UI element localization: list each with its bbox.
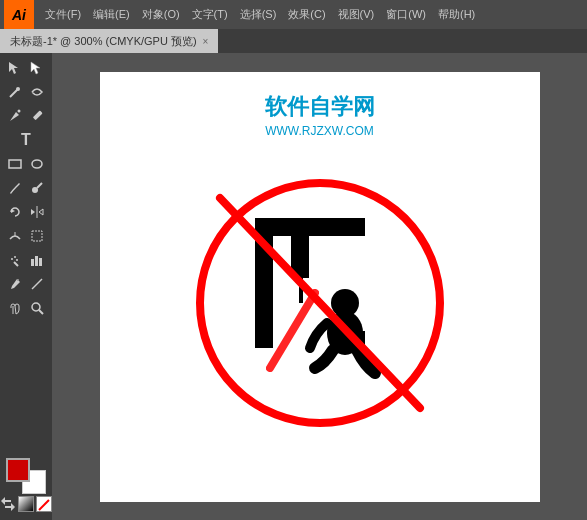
no-work-sign xyxy=(170,148,470,448)
pen-tools xyxy=(4,105,48,127)
svg-marker-1 xyxy=(31,62,40,74)
hand-tool[interactable] xyxy=(4,297,26,319)
menu-effect[interactable]: 效果(C) xyxy=(283,5,330,24)
blob-brush-tool[interactable] xyxy=(27,177,49,199)
tab-label: 未标题-1* @ 300% (CMYK/GPU 预览) xyxy=(10,34,197,49)
menu-object[interactable]: 对象(O) xyxy=(137,5,185,24)
menu-window[interactable]: 窗口(W) xyxy=(381,5,431,24)
svg-point-7 xyxy=(32,160,42,168)
color-boxes xyxy=(6,458,46,494)
svg-rect-15 xyxy=(32,231,42,241)
menu-view[interactable]: 视图(V) xyxy=(333,5,380,24)
paintbrush-tool[interactable] xyxy=(4,177,26,199)
brush-tools xyxy=(4,177,48,199)
pen-tool[interactable] xyxy=(4,105,26,127)
svg-line-26 xyxy=(39,310,43,314)
wand-lasso xyxy=(4,81,48,103)
svg-point-4 xyxy=(17,110,20,113)
menu-help[interactable]: 帮助(H) xyxy=(433,5,480,24)
svg-point-16 xyxy=(11,258,13,260)
menu-select[interactable]: 选择(S) xyxy=(235,5,282,24)
ellipse-tool[interactable] xyxy=(27,153,49,175)
svg-line-9 xyxy=(37,183,42,188)
rotate-tools xyxy=(4,201,48,223)
symbol-sprayer-tool[interactable] xyxy=(4,249,26,271)
select-tool[interactable] xyxy=(4,57,26,79)
measure-tool[interactable] xyxy=(27,273,49,295)
menu-file[interactable]: 文件(F) xyxy=(40,5,86,24)
width-tool[interactable] xyxy=(4,225,26,247)
eyedropper-tools xyxy=(4,273,48,295)
svg-rect-21 xyxy=(39,258,42,266)
type-tool[interactable]: T xyxy=(4,129,48,151)
svg-rect-31 xyxy=(291,218,309,278)
document-tab[interactable]: 未标题-1* @ 300% (CMYK/GPU 预览) × xyxy=(0,29,218,53)
menu-edit[interactable]: 编辑(E) xyxy=(88,5,135,24)
svg-marker-12 xyxy=(31,209,35,215)
svg-rect-6 xyxy=(9,160,21,168)
color-mini-buttons xyxy=(0,496,52,512)
swap-colors-button[interactable] xyxy=(0,496,16,512)
tab-bar: 未标题-1* @ 300% (CMYK/GPU 预览) × xyxy=(0,29,587,53)
svg-marker-0 xyxy=(9,62,18,74)
svg-marker-10 xyxy=(11,209,15,213)
svg-line-36 xyxy=(270,293,315,368)
color-section xyxy=(0,458,52,516)
zoom-tool[interactable] xyxy=(27,297,49,319)
left-toolbar: T xyxy=(0,53,52,520)
svg-point-25 xyxy=(32,303,40,311)
width-tools xyxy=(4,225,48,247)
selection-tools xyxy=(4,57,48,79)
watermark-subtitle: WWW.RJZXW.COM xyxy=(265,124,374,138)
shape-tools xyxy=(4,153,48,175)
rectangle-tool[interactable] xyxy=(4,153,26,175)
svg-marker-13 xyxy=(39,209,43,215)
main-layout: T xyxy=(0,53,587,520)
svg-rect-20 xyxy=(35,256,38,266)
canvas-area: 软件自学网 WWW.RJZXW.COM xyxy=(52,53,587,520)
lasso-tool[interactable] xyxy=(27,81,49,103)
gradient-button[interactable] xyxy=(18,496,34,512)
magic-wand-tool[interactable] xyxy=(4,81,26,103)
column-graph-tool[interactable] xyxy=(27,249,49,271)
direct-select-tool[interactable] xyxy=(27,57,49,79)
free-transform-tool[interactable] xyxy=(27,225,49,247)
tab-close-button[interactable]: × xyxy=(203,36,209,47)
svg-point-22 xyxy=(17,279,19,281)
title-bar: Ai 文件(F) 编辑(E) 对象(O) 文字(T) 选择(S) 效果(C) 视… xyxy=(0,0,587,29)
eyedropper-tool[interactable] xyxy=(4,273,26,295)
foreground-color-box[interactable] xyxy=(6,458,30,482)
view-tools xyxy=(4,297,48,319)
menu-type[interactable]: 文字(T) xyxy=(187,5,233,24)
none-color-button[interactable] xyxy=(36,496,52,512)
svg-point-18 xyxy=(16,259,18,261)
watermark-title: 软件自学网 xyxy=(265,92,375,122)
svg-rect-5 xyxy=(33,110,43,120)
pencil-tool[interactable] xyxy=(27,105,49,127)
svg-line-24 xyxy=(32,287,34,289)
menu-bar: 文件(F) 编辑(E) 对象(O) 文字(T) 选择(S) 效果(C) 视图(V… xyxy=(34,0,480,29)
svg-point-3 xyxy=(16,87,20,91)
reflect-tool[interactable] xyxy=(27,201,49,223)
graph-tools xyxy=(4,249,48,271)
svg-rect-19 xyxy=(31,259,34,266)
rotate-tool[interactable] xyxy=(4,201,26,223)
svg-point-17 xyxy=(14,256,16,258)
ai-logo: Ai xyxy=(4,0,34,29)
canvas-document: 软件自学网 WWW.RJZXW.COM xyxy=(100,72,540,502)
